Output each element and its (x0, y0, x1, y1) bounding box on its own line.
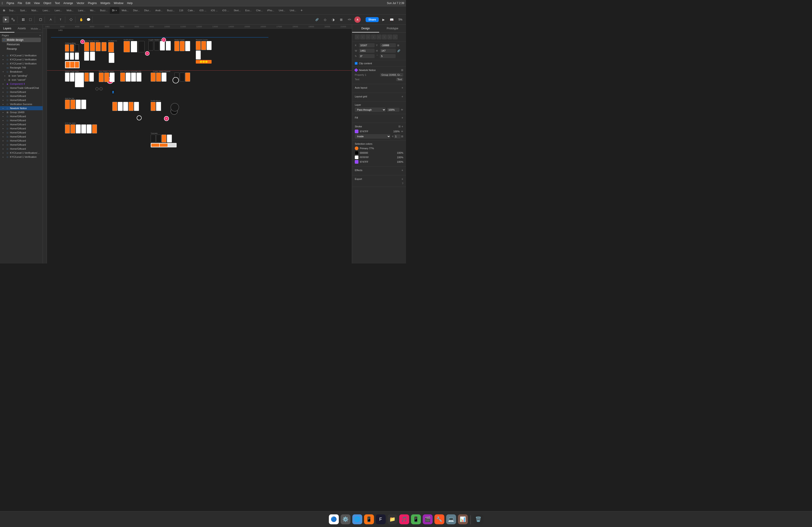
frame-tool[interactable] (20, 16, 26, 23)
tab-ios1[interactable]: iOS ... (197, 7, 209, 14)
crypto-wallet-frame[interactable] (148, 41, 171, 61)
eye-icon[interactable]: 👁 (401, 108, 403, 111)
layer-breakdown[interactable]: ▾ □ Breakdown (0, 70, 43, 74)
tutorials-frame[interactable] (151, 135, 178, 151)
tab-lanc1[interactable]: Lanc... (40, 7, 52, 14)
widgets-menu[interactable]: Widgets (100, 2, 110, 5)
align-left-btn[interactable]: ⬝ (355, 34, 360, 40)
layer-home-gift-8[interactable]: ▸ □ Home/Giftcard (0, 131, 43, 135)
clip-content-checkbox[interactable]: ✓ (355, 62, 358, 65)
apple-menu[interactable]:  (2, 1, 3, 5)
edit-menu[interactable]: Edit (26, 2, 30, 5)
distribute-v-btn[interactable]: ⬝ (393, 34, 398, 40)
black-color-swatch[interactable] (355, 151, 359, 155)
tab-eco[interactable]: Eco... (243, 7, 254, 14)
tab-buzz2[interactable]: Buzz... (165, 7, 177, 14)
share-button[interactable]: Share (366, 17, 378, 22)
wallet-filter-frame[interactable] (65, 73, 97, 94)
tab-add-button[interactable]: + (299, 7, 305, 14)
tab-home[interactable] (1, 7, 7, 14)
align-bottom-btn[interactable]: ⬝ (382, 34, 387, 40)
canvas-content[interactable]: 1461 Onboarding (47, 29, 352, 264)
kyc-vertical-frame[interactable] (112, 102, 144, 124)
layer-home-gift-2[interactable]: ▸ □ Home/Giftcard (0, 94, 43, 98)
property1-value[interactable]: Group 16468, Gr... (380, 73, 403, 77)
y-input[interactable] (380, 43, 396, 47)
primary-color-swatch[interactable] (355, 147, 359, 150)
layer-kyc-3[interactable]: ▸ □ KYC/Level 1 Verification (0, 62, 43, 65)
zoom-level[interactable]: 5% (397, 18, 404, 21)
assets-tab[interactable]: Assets (14, 25, 29, 32)
tab-mob2[interactable]: Mob... (119, 7, 131, 14)
layer-home-gift-5[interactable]: ▸ □ Home/Giftcard (0, 118, 43, 122)
stroke-weight-input[interactable] (394, 134, 401, 138)
reward-center-frame[interactable] (196, 41, 214, 59)
help-menu[interactable]: Help (127, 2, 133, 5)
swap-crypto-frame[interactable] (174, 41, 192, 55)
layer-verification-success[interactable]: ▸ □ Verification Success (0, 102, 43, 106)
file-menu[interactable]: File (18, 2, 22, 5)
tab-andr[interactable]: Andr... (153, 7, 165, 14)
tab-ios2[interactable]: iOS ... (209, 7, 220, 14)
layer-home-gift-12[interactable]: ▸ □ Home/Giftcard (0, 147, 43, 151)
add-me-frame[interactable] (65, 100, 88, 118)
layer-newtork-notice[interactable]: ▸ □ Newtork Notice (0, 106, 43, 110)
corner-input[interactable] (380, 54, 396, 58)
layers-tab[interactable]: Layers (0, 25, 14, 32)
text-tool[interactable]: T (58, 16, 64, 23)
export-add-btn[interactable]: + (402, 177, 403, 181)
layer-home-gift-1[interactable]: ▸ □ Home/Giftcard (0, 90, 43, 94)
stroke-expand-icon[interactable]: ⊞ (401, 135, 403, 138)
onboarding-frame[interactable] (65, 44, 79, 69)
w-input[interactable] (359, 49, 375, 53)
page-revamp[interactable]: Revamp (2, 47, 41, 51)
move-tool[interactable] (3, 16, 9, 23)
h-input[interactable] (380, 49, 396, 53)
tab-cale[interactable]: Cale... (185, 7, 197, 14)
layer-home-gift-9[interactable]: ▸ □ Home/Giftcard (0, 135, 43, 139)
plugins-menu[interactable]: Plugins (88, 2, 97, 5)
layer-home-gift-6[interactable]: ▸ □ Home/Giftcard (0, 122, 43, 126)
canvas-frames[interactable]: Onboarding C (52, 37, 268, 195)
lock-ratio-icon[interactable]: 🔗 (397, 49, 400, 52)
tab-lanc2[interactable]: Lanc... (52, 7, 64, 14)
contrast-btn[interactable]: ◑ (330, 16, 336, 23)
layer-home-gift-11[interactable]: ▸ □ Home/Giftcard (0, 143, 43, 147)
align-center-v-btn[interactable]: ⬝ (376, 34, 381, 40)
canvas[interactable]: 1461300040005000600070008000900010000110… (43, 25, 352, 264)
tab-dtur2[interactable]: Dtur... (142, 7, 153, 14)
view-menu[interactable]: View (34, 2, 40, 5)
tab-unti1[interactable]: Unti... (277, 7, 288, 14)
page-resources[interactable]: Resources (2, 42, 41, 47)
tab-myb[interactable]: Myb... (29, 7, 40, 14)
hand-tool[interactable]: ✋ (78, 16, 84, 23)
fill-add-btn[interactable]: + (402, 116, 403, 119)
layer-icon-pending[interactable]: ▸ ⊞ icon "pending" (2, 74, 43, 78)
tab-mob1[interactable]: Mob... (64, 7, 76, 14)
x-input[interactable] (359, 43, 375, 47)
code-btn[interactable]: </> (346, 16, 352, 23)
align-center-h-btn[interactable]: ⬝ (360, 34, 365, 40)
tab-buzz[interactable]: Buzz... (98, 7, 110, 14)
layer-home-gift-10[interactable]: ▸ □ Home/Giftcard (0, 139, 43, 143)
layer-home-gift-3[interactable]: ▸ □ Home/Giftcard (0, 98, 43, 102)
stroke-options-icon[interactable]: ⊞ (398, 125, 401, 128)
layer-group-16469[interactable]: ▸ ⊞ Group 16469 (0, 110, 43, 114)
layer-home-gift-7[interactable]: ▸ □ Home/Giftcard (0, 126, 43, 131)
prototype-tab[interactable]: Prototype (379, 25, 406, 32)
mobile-filter[interactable]: Mobile ... (29, 25, 43, 32)
tab-mo[interactable]: Mo... (88, 7, 98, 14)
text-menu[interactable]: Text (55, 2, 60, 5)
blend-mode-select[interactable]: Pass through Normal Multiply (355, 107, 386, 112)
component-edit-icon[interactable]: ⊞ (401, 69, 403, 72)
copy-link-btn[interactable]: 🔗 (314, 16, 320, 23)
stroke-eye-icon[interactable]: 👁 (401, 130, 403, 133)
layer-kyc-4[interactable]: ▸ □ KYC/Level 1 Verification (0, 155, 43, 159)
pen-tool[interactable] (47, 16, 54, 23)
comment-tool[interactable]: 💬 (85, 16, 91, 23)
layer-kyc-2[interactable]: ▸ □ KYC/Level 1 Verification (0, 58, 43, 62)
tab-unti2[interactable]: Unti... (288, 7, 299, 14)
tab-116[interactable]: 116 (177, 7, 185, 14)
auto-layout-add-btn[interactable]: + (402, 86, 403, 90)
page-mobile-design[interactable]: ✓ Mobile design (2, 37, 41, 42)
